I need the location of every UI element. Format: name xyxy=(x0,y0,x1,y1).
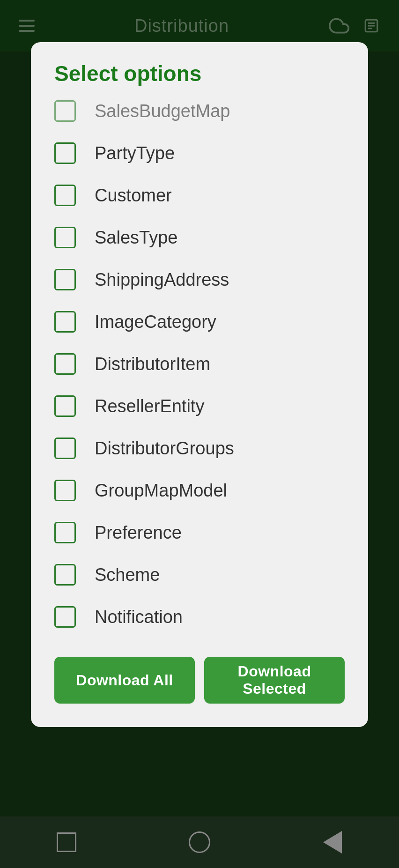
square-icon xyxy=(57,832,76,852)
circle-icon xyxy=(189,831,210,853)
partial-checkbox[interactable] xyxy=(54,100,76,122)
option-item-shipping-address[interactable]: ShippingAddress xyxy=(54,259,345,301)
download-selected-button[interactable]: Download Selected xyxy=(204,657,345,704)
option-item-group-map-model[interactable]: GroupMapModel xyxy=(54,469,345,512)
option-item-preference[interactable]: Preference xyxy=(54,512,345,554)
label-sales-type: SalesType xyxy=(95,228,177,248)
option-item-party-type[interactable]: PartyType xyxy=(54,132,345,174)
option-item-sales-type[interactable]: SalesType xyxy=(54,216,345,259)
back-triangle-icon xyxy=(323,831,342,853)
checkbox-customer[interactable] xyxy=(54,185,76,206)
option-item-distributor-groups[interactable]: DistributorGroups xyxy=(54,427,345,469)
checkbox-distributor-item[interactable] xyxy=(54,353,76,375)
nav-square-button[interactable] xyxy=(52,828,81,856)
nav-home-button[interactable] xyxy=(185,828,214,856)
checkbox-sales-type[interactable] xyxy=(54,227,76,248)
select-options-modal: Select options SalesBudgetMap PartyType … xyxy=(31,42,368,727)
download-all-button[interactable]: Download All xyxy=(54,657,195,704)
checkbox-distributor-groups[interactable] xyxy=(54,438,76,459)
label-image-category: ImageCategory xyxy=(95,312,216,332)
label-distributor-groups: DistributorGroups xyxy=(95,438,234,459)
checkbox-group-map-model[interactable] xyxy=(54,480,76,501)
label-notification: Notification xyxy=(95,607,183,627)
option-item-reseller-entity[interactable]: ResellerEntity xyxy=(54,385,345,427)
option-item-distributor-item[interactable]: DistributorItem xyxy=(54,343,345,385)
action-buttons: Download All Download Selected xyxy=(54,657,345,704)
label-group-map-model: GroupMapModel xyxy=(95,481,227,501)
option-item-image-category[interactable]: ImageCategory xyxy=(54,301,345,343)
partial-option-item[interactable]: SalesBudgetMap xyxy=(54,100,345,132)
label-scheme: Scheme xyxy=(95,565,160,585)
checkbox-image-category[interactable] xyxy=(54,311,76,333)
label-reseller-entity: ResellerEntity xyxy=(95,396,204,416)
option-item-scheme[interactable]: Scheme xyxy=(54,554,345,596)
checkbox-party-type[interactable] xyxy=(54,142,76,164)
label-distributor-item: DistributorItem xyxy=(95,354,210,374)
label-preference: Preference xyxy=(95,523,182,543)
label-customer: Customer xyxy=(95,185,172,206)
checkbox-scheme[interactable] xyxy=(54,564,76,586)
nav-back-button[interactable] xyxy=(318,828,347,856)
partial-option-label: SalesBudgetMap xyxy=(95,101,230,121)
options-list: SalesBudgetMap PartyType Customer SalesT… xyxy=(54,100,345,638)
checkbox-preference[interactable] xyxy=(54,522,76,543)
checkbox-reseller-entity[interactable] xyxy=(54,395,76,417)
modal-title: Select options xyxy=(54,61,345,86)
option-item-notification[interactable]: Notification xyxy=(54,596,345,638)
label-party-type: PartyType xyxy=(95,143,175,163)
label-shipping-address: ShippingAddress xyxy=(95,270,229,290)
bottom-nav xyxy=(0,816,399,868)
checkbox-notification[interactable] xyxy=(54,606,76,628)
checkbox-shipping-address[interactable] xyxy=(54,269,76,290)
option-item-customer[interactable]: Customer xyxy=(54,174,345,216)
